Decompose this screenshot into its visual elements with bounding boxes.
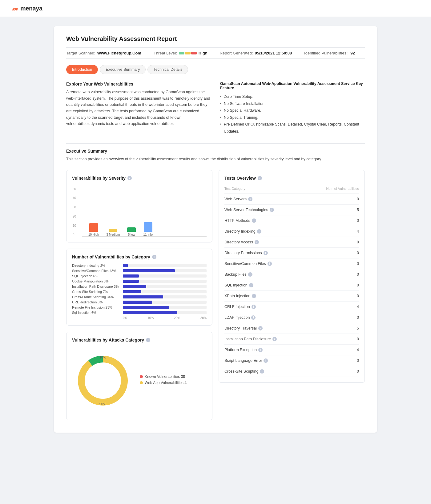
- donut-legend: Known Vulnerabilities 38 Web App Vulnera…: [140, 374, 187, 387]
- hbar-row-5: Cross-Site Scripting 7%: [72, 290, 207, 294]
- hbar-row-8: Remote File Inclusion 23%: [72, 306, 207, 309]
- tests-rows: Web Servers i0 Web Server Technologies i…: [224, 194, 359, 377]
- test-row-12: Directory Traversal i5: [224, 323, 359, 334]
- bar-area: 10 High 3 Medium 5 low: [82, 187, 207, 237]
- divider-1: [66, 143, 365, 144]
- feature-0: Zero Time Setup.: [220, 93, 365, 100]
- intro-heading: Explore Your Web Vulnerabilities: [66, 82, 211, 86]
- info-icon-category: i: [152, 255, 156, 259]
- feature-4: Pre Defined Or Customizable Scans. Detai…: [220, 121, 365, 135]
- tab-introduction[interactable]: Introduction: [66, 65, 98, 74]
- tab-technical-details[interactable]: Technical Details: [147, 65, 188, 74]
- test-row-4: Directory Access i0: [224, 237, 359, 248]
- test-row-15: Script Language Error i0: [224, 355, 359, 366]
- hbar-row-2: SQL Injection 6%: [72, 274, 207, 278]
- col-test: Test Category: [224, 187, 245, 190]
- test-row-7: Backup Files i0: [224, 269, 359, 280]
- generated-value: 05/10/2021 12:50:08: [255, 51, 292, 55]
- logo-text: menaya: [20, 5, 42, 12]
- test-row-13: Installation Path Disclosure i0: [224, 334, 359, 345]
- feature-1: No Software Installation.: [220, 100, 365, 107]
- severity-bar-chart: 50403020100 10 High 3 Medium: [72, 185, 207, 237]
- tests-overview-title: Tests Overview i: [224, 176, 359, 181]
- test-row-1: Web Server Technologies i5: [224, 205, 359, 215]
- report-title: Web Vulnerability Assessment Report: [66, 35, 365, 42]
- hbar-row-7: URL Redirection 8%: [72, 300, 207, 304]
- test-row-5: Directory Permissions i0: [224, 248, 359, 258]
- tab-executive-summary[interactable]: Executive Summary: [100, 65, 146, 74]
- test-row-11: LDAP Injection i0: [224, 312, 359, 323]
- charts-tests-row: Vulnerabilities by Severity i 5040302010…: [66, 170, 365, 420]
- top-bar: 𝓂 menaya: [0, 0, 431, 17]
- bar-medium: 3 Medium: [106, 229, 120, 236]
- test-row-0: Web Servers i0: [224, 194, 359, 205]
- threat-value: High: [199, 51, 207, 55]
- donut-area: 90% 10% Known Vulnerabilities 38 Web App…: [72, 347, 207, 414]
- severity-chart-title: Vulnerabilities by Severity i: [72, 176, 207, 181]
- features-heading: GamaScan Automated Web-Application Vulne…: [220, 82, 365, 90]
- hbar-row-6: Cross-Frame Scripting 34%: [72, 295, 207, 299]
- bar-high: 10 High: [88, 223, 99, 236]
- exec-summary-heading: Executive Summary: [66, 149, 365, 154]
- info-icon-severity: i: [127, 176, 132, 180]
- bar-low: 5 low: [127, 227, 136, 236]
- logo: 𝓂 menaya: [12, 4, 42, 12]
- category-chart-title: Number of Vulnerabilities by Category i: [72, 254, 207, 259]
- hbar-row-0: Directory Indexing 2%: [72, 264, 207, 267]
- category-chart-card: Number of Vulnerabilities by Category i …: [66, 249, 212, 326]
- tabs: Introduction Executive Summary Technical…: [66, 65, 365, 74]
- test-row-16: Cross-Site Scripting i0: [224, 366, 359, 377]
- info-icon-attacks: i: [146, 338, 150, 342]
- legend-webapp: Web App Vulnerabilities 4: [140, 381, 187, 385]
- meta-threat: Threat Level: High: [154, 51, 207, 55]
- feature-3: No Special Training.: [220, 114, 365, 121]
- attacks-chart-title: Vulnerabilities by Attacks Category i: [72, 338, 207, 342]
- tests-header: Test Category Num of Vulnerabilities: [224, 185, 359, 194]
- hbar-row-4: Installation Path Disclosure 3%: [72, 285, 207, 288]
- target-value: Www.Fichetgroup.Com: [97, 51, 141, 55]
- legend-known: Known Vulnerabilities 38: [140, 374, 187, 379]
- hbar-row-1: Sensitive/Common Files 43%: [72, 269, 207, 273]
- svg-point-0: [81, 359, 124, 402]
- features-list: Zero Time Setup. No Software Installatio…: [220, 93, 365, 135]
- test-row-8: SQL Injection i0: [224, 280, 359, 291]
- report-meta: Target Scanned: Www.Fichetgroup.Com Thre…: [66, 47, 365, 59]
- test-row-3: Directory Indexing i4: [224, 226, 359, 237]
- logo-icon: 𝓂: [12, 4, 18, 12]
- main-content: Web Vulnerability Assessment Report Targ…: [54, 26, 377, 433]
- vuln-value: 92: [350, 51, 355, 55]
- y-labels: 50403020100: [73, 187, 76, 237]
- category-hbar-chart: Directory Indexing 2% Sensitive/Common F…: [72, 264, 207, 320]
- test-row-9: XPath Injection i0: [224, 291, 359, 302]
- col-num: Num of Vulnerabilities: [326, 187, 359, 190]
- left-charts: Vulnerabilities by Severity i 5040302010…: [66, 170, 212, 420]
- attacks-chart-card: Vulnerabilities by Attacks Category i 90…: [66, 332, 212, 420]
- vuln-label: Identified Vulnerabilities :: [304, 51, 348, 55]
- target-label: Target Scanned:: [66, 51, 95, 55]
- generated-label: Report Generated:: [220, 51, 253, 55]
- tests-overview-card: Tests Overview i Test Category Num of Vu…: [219, 170, 365, 383]
- test-row-6: Sensitive/Common Files i0: [224, 258, 359, 269]
- threat-label: Threat Level:: [154, 51, 177, 55]
- exec-summary-body: This section provides an overview of the…: [66, 156, 365, 162]
- meta-vulns: Identified Vulnerabilities : 92: [304, 51, 355, 55]
- intro-body: A remote web vulnerability assessment wa…: [66, 89, 211, 127]
- feature-2: No Special Hardware.: [220, 107, 365, 114]
- hbar-row-9: Sql Injection 6%: [72, 311, 207, 314]
- hbar-axis: 0%10%20%30%: [72, 316, 207, 320]
- test-row-10: CRLF Injection i4: [224, 302, 359, 312]
- severity-chart-card: Vulnerabilities by Severity i 5040302010…: [66, 170, 212, 242]
- test-row-2: HTTP Methods i0: [224, 215, 359, 226]
- hbar-row-3: Cookie Manipulation 6%: [72, 279, 207, 283]
- bar-info: 11 Info: [143, 222, 153, 236]
- intro-grid: Explore Your Web Vulnerabilities A remot…: [66, 82, 365, 135]
- info-icon-tests: i: [258, 176, 262, 180]
- test-row-14: Platform Exception i4: [224, 345, 359, 355]
- threat-bar: [179, 52, 197, 54]
- meta-target: Target Scanned: Www.Fichetgroup.Com: [66, 51, 141, 55]
- meta-generated: Report Generated: 05/10/2021 12:50:08: [220, 51, 292, 55]
